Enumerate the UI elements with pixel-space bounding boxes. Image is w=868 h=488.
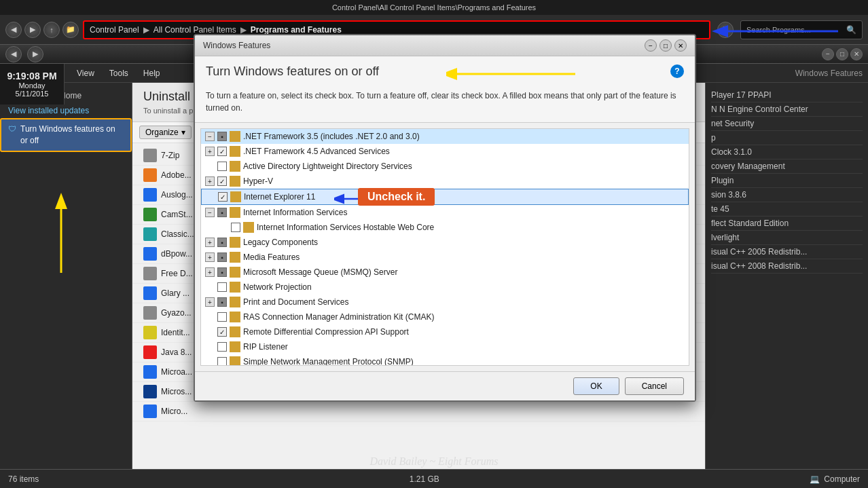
breadcrumb-all[interactable]: All Control Panel Items [153, 25, 236, 35]
breadcrumb-cp[interactable]: Control Panel [90, 25, 139, 35]
feature-checkbox-ie11[interactable]: ✓ [218, 192, 228, 202]
menu-view[interactable]: View [70, 67, 101, 80]
search-box[interactable]: Search Programs... 🔍 [740, 20, 863, 39]
win-close-btn[interactable]: ✕ [850, 48, 863, 60]
feature-item-print[interactable]: + ▪ Print and Document Services [201, 295, 689, 309]
up-button[interactable]: ↑ [43, 22, 60, 38]
prog-icon [143, 306, 157, 320]
list-item[interactable]: Micro... [132, 402, 705, 421]
feature-checkbox[interactable] [217, 312, 227, 322]
feature-item-adlds[interactable]: Active Directory Lightweight Directory S… [201, 159, 689, 174]
feature-checkbox[interactable]: ▪ [217, 238, 227, 247]
uncheck-label: Uncheck it. [358, 188, 435, 206]
feature-item-rdc[interactable]: ✓ Remote Differential Compression API Su… [201, 324, 689, 339]
right-item: isual C++ 2005 Redistrib... [711, 245, 863, 259]
yellow-title-arrow [446, 66, 582, 82]
feature-item-msmq[interactable]: + ▪ Microsoft Message Queue (MSMQ) Serve… [201, 265, 689, 280]
dialog-minimize-btn[interactable]: − [645, 39, 657, 52]
expand-icon[interactable]: − [205, 208, 215, 217]
feature-checkbox[interactable] [217, 357, 227, 366]
status-bar: 76 items 1.21 GB 💻 Computer [0, 469, 868, 488]
feature-item-net35[interactable]: − ▪ .NET Framework 3.5 (includes .NET 2.… [201, 129, 689, 144]
win-maximize-btn[interactable]: □ [836, 48, 848, 60]
search-icon[interactable]: 🔍 [846, 25, 856, 35]
win-fwd-btn[interactable]: ▶ [27, 46, 43, 62]
menu-tools[interactable]: Tools [103, 67, 135, 80]
feature-checkbox[interactable]: ▪ [217, 132, 227, 141]
feature-item-rip[interactable]: RIP Listener [201, 339, 689, 354]
size-info: 1.21 GB [410, 474, 439, 484]
feature-checkbox[interactable]: ▪ [217, 252, 227, 262]
prog-icon [143, 326, 157, 339]
feature-item-media[interactable]: + ▪ Media Features [201, 250, 689, 265]
feature-checkbox[interactable]: ▪ [217, 297, 227, 307]
expand-icon[interactable]: + [205, 267, 215, 277]
feature-folder-icon [230, 252, 240, 263]
window-features-label: Windows Features [795, 69, 863, 78]
organize-button[interactable]: Organize ▾ [139, 126, 192, 139]
feature-folder-icon [230, 282, 240, 293]
feature-item-netproj[interactable]: Network Projection [201, 280, 689, 295]
breadcrumb-programs[interactable]: Programs and Features [251, 25, 342, 35]
feature-item-legacy[interactable]: + ▪ Legacy Components [201, 235, 689, 250]
prog-icon [143, 345, 157, 359]
help-icon[interactable]: ? [670, 64, 684, 78]
right-item: flect Standard Edition [711, 217, 863, 231]
dialog-close-btn[interactable]: ✕ [674, 39, 687, 52]
sidebar: Control Panel Home View installed update… [0, 83, 132, 488]
chevron-down-icon: ▾ [181, 128, 185, 137]
win-back-btn[interactable]: ◀ [5, 46, 22, 62]
feature-folder-icon [230, 297, 240, 307]
feature-item-snmp[interactable]: Simple Network Management Protocol (SNMP… [201, 354, 689, 366]
feature-item-ras[interactable]: RAS Connection Manager Administration Ki… [201, 309, 689, 324]
feature-checkbox[interactable] [217, 162, 227, 171]
feature-list[interactable]: − ▪ .NET Framework 3.5 (includes .NET 2.… [200, 128, 689, 366]
right-item: Clock 3.1.0 [711, 145, 863, 159]
feature-checkbox[interactable] [217, 282, 227, 292]
dialog-controls: − □ ✕ [645, 39, 687, 52]
feature-folder-icon [230, 267, 240, 278]
back-button[interactable]: ◀ [5, 22, 22, 38]
feature-item-iis[interactable]: − ▪ Internet Information Services [201, 205, 689, 220]
expand-icon[interactable]: + [205, 297, 215, 307]
feature-folder-icon [230, 176, 240, 187]
feature-checkbox[interactable]: ✓ [217, 176, 227, 186]
menu-help[interactable]: Help [137, 67, 167, 80]
refresh-button[interactable]: ↻ [717, 22, 734, 38]
window-title-text: Control Panel\All Control Panel Items\Pr… [332, 3, 536, 12]
windows-features-dialog[interactable]: Windows Features − □ ✕ Turn Windows feat… [194, 34, 696, 402]
feature-folder-icon [230, 312, 240, 322]
forward-button[interactable]: ▶ [24, 22, 41, 38]
feature-folder-icon [230, 341, 240, 352]
feature-item-hyperv[interactable]: + ✓ Hyper-V [201, 174, 689, 189]
expand-icon[interactable]: + [205, 176, 215, 186]
right-item: sion 3.8.6 [711, 188, 863, 202]
feature-item-net45[interactable]: + ✓ .NET Framework 4.5 Advanced Services [201, 144, 689, 159]
feature-item-ie11[interactable]: ✓ Internet Explorer 11 Uncheck it. [201, 189, 689, 205]
feature-folder-icon [230, 161, 240, 172]
sidebar-turn-windows[interactable]: 🛡 Turn Windows features on or off [0, 118, 132, 152]
feature-item-iis-hwc[interactable]: Internet Information Services Hostable W… [215, 220, 689, 235]
dialog-header: Turn Windows features on or off ? [195, 56, 695, 84]
prog-icon [143, 247, 157, 261]
cancel-button[interactable]: Cancel [625, 377, 684, 395]
feature-checkbox[interactable] [217, 342, 227, 352]
dialog-maximize-btn[interactable]: □ [659, 39, 672, 52]
feature-checkbox[interactable]: ✓ [217, 327, 227, 337]
feature-checkbox[interactable]: ✓ [217, 147, 227, 156]
win-minimize-btn[interactable]: − [822, 48, 834, 60]
expand-icon[interactable]: + [205, 147, 215, 156]
ok-button[interactable]: OK [573, 377, 619, 395]
sidebar-view-updates[interactable]: View installed updates [0, 103, 132, 118]
expand-icon[interactable]: + [205, 238, 215, 247]
window-title-bar: Control Panel\All Control Panel Items\Pr… [0, 0, 868, 15]
feature-checkbox[interactable]: ▪ [217, 208, 227, 217]
feature-checkbox[interactable]: ▪ [217, 267, 227, 277]
feature-folder-icon [230, 356, 240, 366]
expand-icon[interactable]: − [205, 132, 215, 141]
expand-icon[interactable]: + [205, 252, 215, 262]
prog-icon [143, 385, 157, 398]
feature-checkbox[interactable] [231, 223, 240, 232]
computer-info: 💻 Computer [810, 474, 860, 484]
right-item: p [711, 131, 863, 145]
